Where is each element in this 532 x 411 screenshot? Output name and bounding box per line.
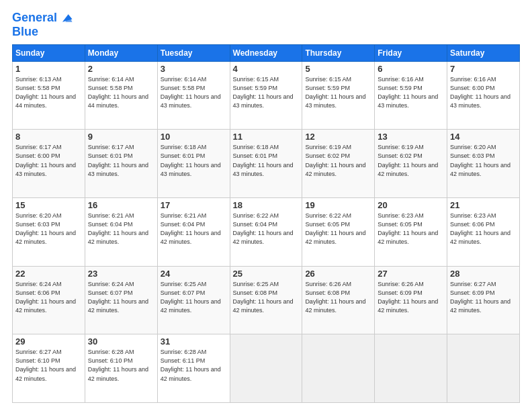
- day-number: 10: [161, 132, 227, 142]
- day-info: Sunrise: 6:23 AMSunset: 6:06 PMDaylight:…: [450, 212, 517, 246]
- day-info: Sunrise: 6:22 AMSunset: 6:05 PMDaylight:…: [305, 212, 371, 246]
- weekday-monday: Monday: [85, 44, 157, 61]
- calendar-cell: 30Sunrise: 6:28 AMSunset: 6:10 PMDayligh…: [85, 334, 157, 403]
- calendar-cell: 1Sunrise: 6:13 AMSunset: 5:58 PMDaylight…: [13, 61, 85, 130]
- weekday-thursday: Thursday: [302, 44, 375, 61]
- day-info: Sunrise: 6:24 AMSunset: 6:06 PMDaylight:…: [15, 280, 82, 315]
- calendar-cell: 3Sunrise: 6:14 AMSunset: 5:58 PMDaylight…: [157, 61, 230, 130]
- calendar-cell: 8Sunrise: 6:17 AMSunset: 6:00 PMDaylight…: [13, 130, 85, 198]
- day-info: Sunrise: 6:19 AMSunset: 6:02 PMDaylight:…: [305, 143, 371, 178]
- calendar-cell: 28Sunrise: 6:27 AMSunset: 6:09 PMDayligh…: [447, 266, 520, 334]
- day-info: Sunrise: 6:15 AMSunset: 5:59 PMDaylight:…: [305, 75, 371, 110]
- day-info: Sunrise: 6:21 AMSunset: 6:04 PMDaylight:…: [88, 212, 154, 246]
- calendar-cell: 27Sunrise: 6:26 AMSunset: 6:09 PMDayligh…: [375, 266, 447, 334]
- day-info: Sunrise: 6:27 AMSunset: 6:09 PMDaylight:…: [450, 280, 517, 315]
- day-number: 7: [450, 64, 517, 74]
- calendar-cell: 29Sunrise: 6:27 AMSunset: 6:10 PMDayligh…: [13, 334, 85, 403]
- day-number: 3: [161, 64, 227, 74]
- calendar-cell: 14Sunrise: 6:20 AMSunset: 6:03 PMDayligh…: [447, 130, 520, 198]
- day-number: 11: [233, 132, 300, 142]
- day-info: Sunrise: 6:28 AMSunset: 6:10 PMDaylight:…: [88, 348, 154, 383]
- calendar-cell: 19Sunrise: 6:22 AMSunset: 6:05 PMDayligh…: [302, 198, 375, 267]
- day-info: Sunrise: 6:25 AMSunset: 6:07 PMDaylight:…: [161, 280, 227, 315]
- weekday-saturday: Saturday: [447, 44, 520, 61]
- day-info: Sunrise: 6:16 AMSunset: 5:59 PMDaylight:…: [378, 75, 444, 110]
- day-info: Sunrise: 6:20 AMSunset: 6:03 PMDaylight:…: [15, 212, 82, 246]
- day-number: 14: [450, 132, 517, 142]
- day-number: 16: [88, 200, 154, 210]
- calendar-cell: 17Sunrise: 6:21 AMSunset: 6:04 PMDayligh…: [157, 198, 230, 267]
- weekday-tuesday: Tuesday: [157, 44, 230, 61]
- day-number: 12: [305, 132, 371, 142]
- day-info: Sunrise: 6:14 AMSunset: 5:58 PMDaylight:…: [88, 75, 154, 110]
- day-info: Sunrise: 6:25 AMSunset: 6:08 PMDaylight:…: [233, 280, 300, 315]
- day-number: 8: [15, 132, 82, 142]
- day-number: 6: [378, 64, 444, 74]
- calendar-cell: 18Sunrise: 6:22 AMSunset: 6:04 PMDayligh…: [230, 198, 302, 267]
- day-info: Sunrise: 6:20 AMSunset: 6:03 PMDaylight:…: [450, 143, 517, 178]
- calendar-cell: [375, 334, 447, 403]
- calendar-cell: 9Sunrise: 6:17 AMSunset: 6:01 PMDaylight…: [85, 130, 157, 198]
- calendar-cell: 10Sunrise: 6:18 AMSunset: 6:01 PMDayligh…: [157, 130, 230, 198]
- day-number: 28: [450, 269, 517, 279]
- calendar-cell: 20Sunrise: 6:23 AMSunset: 6:05 PMDayligh…: [375, 198, 447, 267]
- day-info: Sunrise: 6:16 AMSunset: 6:00 PMDaylight:…: [450, 75, 517, 110]
- day-info: Sunrise: 6:23 AMSunset: 6:05 PMDaylight:…: [378, 212, 444, 246]
- day-info: Sunrise: 6:27 AMSunset: 6:10 PMDaylight:…: [15, 348, 82, 383]
- calendar-cell: 13Sunrise: 6:19 AMSunset: 6:02 PMDayligh…: [375, 130, 447, 198]
- day-number: 2: [88, 64, 154, 74]
- calendar-cell: 15Sunrise: 6:20 AMSunset: 6:03 PMDayligh…: [13, 198, 85, 267]
- day-number: 17: [161, 200, 227, 210]
- day-info: Sunrise: 6:26 AMSunset: 6:08 PMDaylight:…: [305, 280, 371, 315]
- day-number: 23: [88, 269, 154, 279]
- calendar-cell: 7Sunrise: 6:16 AMSunset: 6:00 PMDaylight…: [447, 61, 520, 130]
- calendar-row-5: 29Sunrise: 6:27 AMSunset: 6:10 PMDayligh…: [13, 334, 520, 403]
- weekday-friday: Friday: [375, 44, 447, 61]
- logo-line2: Blue: [12, 26, 73, 39]
- calendar-table: SundayMondayTuesdayWednesdayThursdayFrid…: [12, 44, 520, 403]
- calendar-cell: 31Sunrise: 6:28 AMSunset: 6:11 PMDayligh…: [157, 334, 230, 403]
- calendar-cell: 16Sunrise: 6:21 AMSunset: 6:04 PMDayligh…: [85, 198, 157, 267]
- page: General Blue SundayMondayTuesdayWednesda…: [0, 0, 532, 411]
- day-info: Sunrise: 6:28 AMSunset: 6:11 PMDaylight:…: [161, 348, 227, 383]
- day-number: 21: [450, 200, 517, 210]
- day-info: Sunrise: 6:15 AMSunset: 5:59 PMDaylight:…: [233, 75, 300, 110]
- calendar-cell: 2Sunrise: 6:14 AMSunset: 5:58 PMDaylight…: [85, 61, 157, 130]
- logo: General Blue: [12, 11, 73, 39]
- day-number: 24: [161, 269, 227, 279]
- calendar-row-2: 8Sunrise: 6:17 AMSunset: 6:00 PMDaylight…: [13, 130, 520, 198]
- calendar-cell: 23Sunrise: 6:24 AMSunset: 6:07 PMDayligh…: [85, 266, 157, 334]
- weekday-wednesday: Wednesday: [230, 44, 302, 61]
- day-number: 25: [233, 269, 300, 279]
- calendar-row-3: 15Sunrise: 6:20 AMSunset: 6:03 PMDayligh…: [13, 198, 520, 267]
- calendar-cell: 21Sunrise: 6:23 AMSunset: 6:06 PMDayligh…: [447, 198, 520, 267]
- logo-icon: [58, 11, 73, 26]
- day-info: Sunrise: 6:17 AMSunset: 6:00 PMDaylight:…: [15, 143, 82, 178]
- day-info: Sunrise: 6:17 AMSunset: 6:01 PMDaylight:…: [88, 143, 154, 178]
- weekday-sunday: Sunday: [13, 44, 85, 61]
- day-number: 27: [378, 269, 444, 279]
- calendar-cell: 4Sunrise: 6:15 AMSunset: 5:59 PMDaylight…: [230, 61, 302, 130]
- day-number: 13: [378, 132, 444, 142]
- day-number: 19: [305, 200, 371, 210]
- day-info: Sunrise: 6:24 AMSunset: 6:07 PMDaylight:…: [88, 280, 154, 315]
- calendar-cell: [447, 334, 520, 403]
- day-number: 15: [15, 200, 82, 210]
- day-info: Sunrise: 6:19 AMSunset: 6:02 PMDaylight:…: [378, 143, 444, 178]
- calendar-cell: [230, 334, 302, 403]
- weekday-header-row: SundayMondayTuesdayWednesdayThursdayFrid…: [13, 44, 520, 61]
- day-number: 22: [15, 269, 82, 279]
- calendar-cell: [302, 334, 375, 403]
- day-number: 9: [88, 132, 154, 142]
- day-info: Sunrise: 6:21 AMSunset: 6:04 PMDaylight:…: [161, 212, 227, 246]
- day-info: Sunrise: 6:26 AMSunset: 6:09 PMDaylight:…: [378, 280, 444, 315]
- day-number: 29: [15, 336, 82, 347]
- day-number: 30: [88, 336, 154, 347]
- day-info: Sunrise: 6:22 AMSunset: 6:04 PMDaylight:…: [233, 212, 300, 246]
- day-number: 18: [233, 200, 300, 210]
- day-number: 20: [378, 200, 444, 210]
- day-info: Sunrise: 6:14 AMSunset: 5:58 PMDaylight:…: [161, 75, 227, 110]
- header: General Blue: [12, 11, 520, 39]
- day-number: 1: [15, 64, 82, 74]
- day-number: 26: [305, 269, 371, 279]
